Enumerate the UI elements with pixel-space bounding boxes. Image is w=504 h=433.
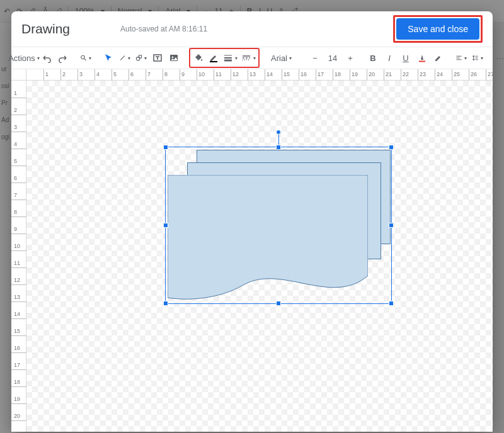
zoom-menu[interactable] [78,50,93,66]
handle-se[interactable] [389,301,394,306]
highlight-color-button[interactable] [431,50,446,66]
drawing-dialog: Drawing Auto-saved at AM 8:16:11 Save an… [11,11,493,432]
image-tool[interactable] [166,50,181,66]
handle-ne[interactable] [389,145,394,150]
border-dash-button[interactable] [239,50,258,66]
style-tools-highlight [189,48,260,68]
handle-sw[interactable] [163,301,168,306]
svg-point-5 [172,57,174,59]
textbox-tool[interactable] [150,50,165,66]
handle-e[interactable] [389,223,394,228]
ruler-horizontal[interactable] [26,69,493,81]
save-and-close-button[interactable]: Save and close [396,18,479,40]
handle-n[interactable] [276,145,281,150]
italic-button[interactable]: I [382,50,397,66]
font-size-decrease[interactable]: − [307,50,323,66]
font-size-increase[interactable]: + [343,50,358,66]
align-menu[interactable] [454,50,469,66]
font-select[interactable]: Arial [267,50,300,66]
underline-button[interactable]: U [398,50,413,66]
canvas-area [11,69,493,432]
select-tool[interactable] [101,50,116,66]
line-tool[interactable] [117,50,132,66]
svg-point-0 [81,55,85,59]
line-spacing-menu[interactable] [470,50,485,66]
bold-button[interactable]: B [365,50,381,66]
ruler-corner [11,69,26,81]
more-menu[interactable]: ⋯ [493,50,504,66]
redo-button[interactable] [55,50,71,66]
undo-button[interactable] [39,50,54,66]
shape-tool[interactable] [134,50,149,66]
drawing-canvas[interactable] [26,81,493,432]
autosave-status: Auto-saved at AM 8:16:11 [120,25,207,33]
svg-point-1 [136,57,140,61]
text-color-button[interactable] [415,50,430,66]
dialog-header: Drawing Auto-saved at AM 8:16:11 Save an… [11,11,493,47]
drawing-toolbar: Actions [11,47,493,69]
handle-nw[interactable] [163,145,168,150]
dialog-title: Drawing [21,21,70,37]
border-color-button[interactable] [206,50,221,66]
svg-rect-6 [210,61,217,62]
svg-rect-7 [419,61,425,62]
border-weight-button[interactable] [221,50,239,66]
font-size-field[interactable]: 14 [324,50,341,66]
ruler-vertical[interactable] [11,81,26,432]
actions-menu[interactable]: Actions [16,50,32,66]
handle-w[interactable] [163,223,168,228]
rotate-handle[interactable] [276,130,281,135]
selection-bounds[interactable] [165,147,392,304]
handle-s[interactable] [276,301,281,306]
save-close-highlight: Save and close [393,15,483,43]
fill-color-button[interactable] [191,50,206,66]
